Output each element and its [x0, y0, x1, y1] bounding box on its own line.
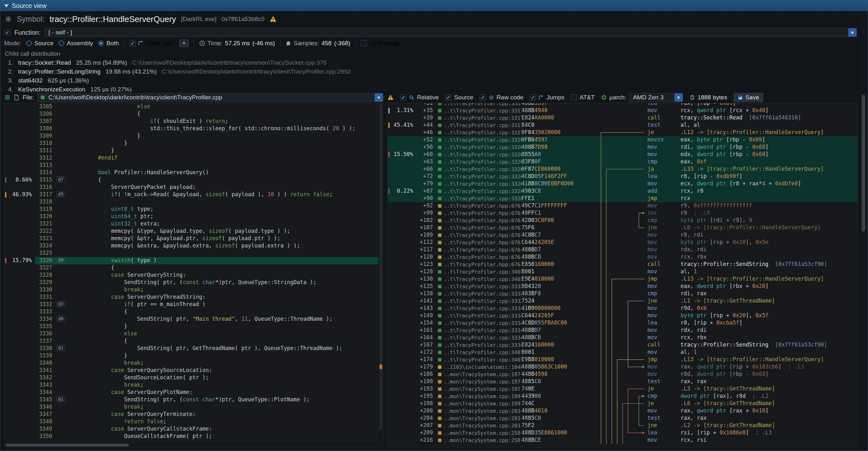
- uarch-select[interactable]: AMD Zen 3: [629, 93, 683, 102]
- asm-row[interactable]: +154..t\TracyProfiler.cpp:33344C8D055FBA…: [388, 320, 858, 327]
- source-line-row[interactable]: 3316 ServerQueryPacket payload;: [4, 184, 378, 191]
- source-line-row[interactable]: 3328 case ServerQueryString:: [4, 272, 378, 279]
- source-line-row[interactable]: 3310 }: [4, 140, 378, 147]
- asm-row[interactable]: +200..mon\TracySystem.cpp:203488B4010mov…: [388, 408, 858, 415]
- limit-range-toggle[interactable]: Limit range: [361, 40, 400, 47]
- asm-row[interactable]: +174..t\TracyProfiler.cpp:3401E9B8010000…: [388, 356, 858, 363]
- source-vertical-scrollbar[interactable]: [379, 103, 383, 443]
- mode-radio-source[interactable]: Source: [26, 40, 54, 47]
- asm-row[interactable]: +130..t\TracyProfiler.cpp:3401E9E4010000…: [388, 275, 858, 283]
- source-line-row[interactable]: 3330 break;: [4, 286, 378, 294]
- source-line-row[interactable]: 3322 memcpy( &type, &payload.type, sizeo…: [4, 228, 378, 235]
- source-line-row[interactable]: 3312 #endif: [4, 154, 378, 162]
- source-line-row[interactable]: 3327 {: [4, 264, 378, 272]
- child-call-row[interactable]: 2.tracy::Profiler::SendLongString19.88 m…: [5, 67, 868, 76]
- asm-row[interactable]: +193..mon\TracySystem.cpp:197740Eje.L3 -…: [388, 385, 858, 393]
- relative-checkbox[interactable]: [400, 94, 406, 101]
- source-line-row[interactable]: 3345@1 SendString( ptr, (const char*)ptr…: [4, 396, 378, 403]
- asm-row[interactable]: +149..t\TracyProfiler.cpp:3334C64424205F…: [388, 312, 858, 320]
- source-line-row[interactable]: 3349 case ServerQueryCallstackFrame:: [4, 425, 378, 433]
- source-line-row[interactable]: 3320 uint64_t ptr;: [4, 213, 378, 220]
- asm-row[interactable]: +107..t\TracyProfiler.hpp:67675F6jne.L0 …: [388, 224, 858, 232]
- source-line-row[interactable]: 3318: [4, 199, 378, 206]
- asm-row[interactable]: +204..mon\TracySystem.cpp:2034885C0testr…: [388, 415, 858, 422]
- raw-code-toggle[interactable]: Raw code: [480, 94, 524, 101]
- source-line-row[interactable]: 3347 case ServerQueryTerminate:: [4, 411, 378, 418]
- asm-row[interactable]: +167..t\TracyProfiler.cpp:3334E824160000…: [388, 341, 858, 349]
- mode-radio-assembly[interactable]: Assembly: [59, 40, 93, 47]
- source-line-row[interactable]: 3335 }: [4, 323, 378, 330]
- att-checkbox[interactable]: [571, 94, 577, 101]
- source-line-row[interactable]: 3341 case ServerQuerySourceLocation:: [4, 367, 378, 374]
- source-line-row[interactable]: 3307 if( shouldExit ) return;: [4, 118, 378, 125]
- asm-row[interactable]: +63..t\TracyProfiler.cpp:332683F80Fcmpea…: [388, 158, 858, 166]
- source-line-row[interactable]: 3338@1 SendString( ptr, GetThreadName( p…: [4, 345, 378, 352]
- source-line-row[interactable]: 3331 case ServerQueryThreadString:: [4, 294, 378, 301]
- att-toggle[interactable]: AT&T: [571, 94, 595, 101]
- asm-row[interactable]: +143..t\TracyProfiler.cpp:333441B90B0000…: [388, 305, 858, 312]
- source-line-row[interactable]: 3309 }: [4, 132, 378, 140]
- source-line-row[interactable]: 3336 else: [4, 330, 378, 338]
- source-line-row[interactable]: 3306 {: [4, 111, 378, 118]
- asm-row[interactable]: +179..1103\include\atomic:1048488B05B63C…: [388, 363, 858, 371]
- asm-row[interactable]: +216..mon\TracySystem.cpp:258488BCEmovrc…: [388, 437, 858, 444]
- source-line-row[interactable]: 3333 {: [4, 308, 378, 315]
- jumps-checkbox[interactable]: [530, 94, 536, 101]
- asm-row[interactable]: +31..t\TracyProfiler.cpp:3317488D5597lea…: [388, 103, 858, 107]
- chevron-down-icon[interactable]: [848, 28, 857, 37]
- source-line-row[interactable]: 3334@6 SendString( ptr, "Main thread", 1…: [4, 315, 378, 323]
- function-select[interactable]: [ - self - ]: [44, 28, 857, 37]
- file-select[interactable]: C:\Users\wolf\Desktop\darkrl\contrib\tra…: [37, 93, 383, 102]
- source-line-row[interactable]: 3321 uint32_t extra;: [4, 220, 378, 228]
- asm-row[interactable]: +109..t\TracyProfiler.hpp:6764C8BC7movr8…: [388, 232, 858, 239]
- asm-row[interactable]: +72..t\TracyProfiler.cpp:33264C8D05F146F…: [388, 173, 858, 180]
- child-calls-options-button[interactable]: [179, 39, 189, 47]
- asm-row[interactable]: +112..t\TracyProfiler.hpp:676C64424205Em…: [388, 239, 858, 246]
- source-line-row[interactable]: 3323 memcpy( &ptr, &payload.ptr, sizeof(…: [4, 235, 378, 242]
- asm-row[interactable]: +117..t\TracyProfiler.hpp:676488BD7movrd…: [388, 246, 858, 253]
- asm-row[interactable]: +120..t\TracyProfiler.hpp:676488BCBmovrc…: [388, 253, 858, 261]
- asm-row[interactable]: +209..mon\TracySystem.cpp:258488D35E8861…: [388, 429, 858, 437]
- asm-row[interactable]: +161..t\TracyProfiler.cpp:3334488BD7movr…: [388, 327, 858, 334]
- asm-row[interactable]: +92..t\TracyProfiler.hpp:67649C7C1FFFFFF…: [388, 202, 858, 210]
- source-toggle[interactable]: Source: [445, 94, 473, 101]
- child-call-row[interactable]: 4.KeSynchronizeExecution125 μs (0.27%): [5, 85, 868, 92]
- window-scrollbar[interactable]: [861, 12, 866, 448]
- source-line-row[interactable]: 3314 bool Profiler::HandleServerQuery(): [4, 169, 378, 176]
- asm-row[interactable]: +141..t\TracyProfiler.cpp:33327524jne.L1…: [388, 298, 858, 305]
- raw-code-checkbox[interactable]: [480, 94, 486, 101]
- relative-toggle[interactable]: Relative: [400, 94, 439, 101]
- source-line-row[interactable]: 3329 SendString( ptr, (const char*)ptr, …: [4, 279, 378, 286]
- source-line-row[interactable]: 3344 case ServerQueryPlotName:: [4, 389, 378, 396]
- asm-row[interactable]: +90..t\TracyProfiler.cpp:3326FFE1jmprcx: [388, 195, 858, 202]
- source-line-row[interactable]: 3308 std::this_thread::sleep_for( std::c…: [4, 125, 378, 132]
- asm-row[interactable]: +39..t\TracyProfiler.cpp:3317E824AA0000c…: [388, 114, 858, 122]
- asm-row[interactable]: 1.31%+35..t\TracyProfiler.cpp:3317488B49…: [388, 107, 858, 114]
- source-line-row[interactable]: 46.93%3317@5 if( !m_sock->Read( &payload…: [4, 191, 378, 199]
- asm-row[interactable]: +52..t\TracyProfiler.cpp:33260FB64597mov…: [388, 136, 858, 144]
- source-line-row[interactable]: 3348 return false;: [4, 418, 378, 425]
- chevron-down-icon[interactable]: [675, 93, 683, 101]
- source-line-row[interactable]: 3319 uint8_t type;: [4, 206, 378, 213]
- source-line-row[interactable]: 3340 break;: [4, 360, 378, 367]
- source-line-row[interactable]: 3324 memcpy( &extra, &payload.extra, siz…: [4, 242, 378, 250]
- asm-row[interactable]: +46..t\TracyProfiler.cpp:33170F843502000…: [388, 129, 858, 136]
- asm-row[interactable]: +138..t\TracyProfiler.cpp:3332483BF8cmpr…: [388, 290, 858, 298]
- source-line-row[interactable]: 3311 }: [4, 147, 378, 154]
- limit-range-checkbox[interactable]: [361, 40, 367, 47]
- jumps-toggle[interactable]: Jumps: [530, 94, 564, 101]
- function-checkbox[interactable]: [4, 29, 10, 36]
- asm-row[interactable]: +190..mon\TracySystem.cpp:1974885C0testr…: [388, 378, 858, 385]
- scrollbar-thumb[interactable]: [379, 104, 382, 430]
- source-line-row[interactable]: 15.79%3326@9 switch( type ): [4, 257, 378, 264]
- asm-row[interactable]: 45.41%+44..t\TracyProfiler.cpp:331784C0t…: [388, 122, 858, 129]
- scrollbar-thumb[interactable]: [5, 444, 129, 447]
- asm-row[interactable]: +186..mon\TracySystem.cpp:197448B4598mov…: [388, 371, 858, 378]
- source-line-row[interactable]: 3339 }: [4, 352, 378, 360]
- child-calls-toggle[interactable]: Child calls: [129, 40, 174, 47]
- source-checkbox[interactable]: [445, 94, 452, 101]
- mode-radio-both[interactable]: Both: [98, 40, 119, 47]
- source-line-row[interactable]: 3313: [4, 162, 378, 169]
- source-line-row[interactable]: 3346 break;: [4, 403, 378, 411]
- asm-row[interactable]: +56..t\TracyProfiler.cpp:3326488B7D98mov…: [388, 144, 858, 151]
